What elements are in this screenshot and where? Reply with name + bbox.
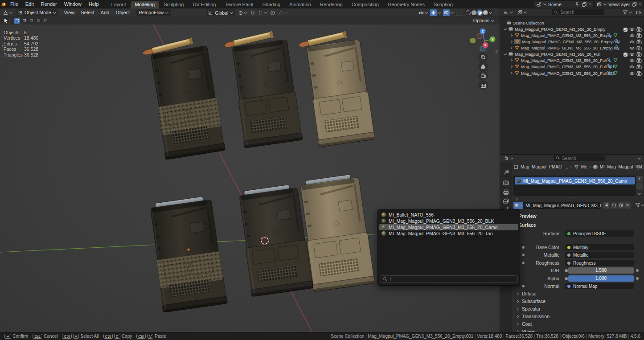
mesh-data-icon[interactable] bbox=[613, 64, 618, 69]
camera-view-button[interactable] bbox=[478, 71, 488, 81]
toolbar-toggle-icon[interactable] bbox=[1, 45, 4, 48]
popup-item-blk[interactable]: MI_Mag_Magpul_PMAG_GEN3_M3_556_20_BLK bbox=[379, 218, 518, 224]
select-mode-subtract-button[interactable] bbox=[28, 18, 34, 24]
outliner-search-input[interactable]: Search bbox=[552, 9, 604, 15]
proportional-editing-icon[interactable] bbox=[270, 10, 275, 16]
new-collection-icon[interactable] bbox=[636, 10, 642, 15]
expand-icon[interactable] bbox=[510, 40, 513, 43]
outliner-row-empty-001[interactable]: Mag_Magpul_PMAG_GEN3_M3_556_20_Empty.001 bbox=[510, 38, 620, 45]
panel-grip[interactable]: :::: bbox=[629, 214, 635, 218]
properties-editor-icon[interactable] bbox=[504, 156, 509, 161]
mag-full-camo[interactable] bbox=[141, 35, 226, 160]
camera-icon[interactable] bbox=[636, 27, 642, 32]
tab-compositing[interactable]: Compositing bbox=[347, 1, 383, 8]
pin-icon[interactable] bbox=[574, 2, 580, 7]
users-count-button[interactable]: 4 bbox=[603, 202, 610, 209]
retopoflow-dropdown[interactable]: RetopoFlow bbox=[136, 9, 171, 16]
select-mode-extend-button[interactable] bbox=[21, 18, 27, 24]
expand-icon[interactable] bbox=[510, 72, 513, 75]
breadcrumb-object[interactable]: Mag_Magpul_PMAG_... bbox=[521, 164, 568, 169]
eye-icon[interactable] bbox=[629, 27, 635, 32]
tab-scripting[interactable]: Scripting bbox=[429, 1, 457, 8]
outliner-row-full-002[interactable]: Mag_Magpul_PMAG_GEN3_M3_556_20_Full.002 bbox=[510, 70, 615, 76]
viewport-canvas[interactable]: Objects6 Vertices18,480 Edges54,792 Face… bbox=[0, 25, 500, 332]
gizmo-neg-y[interactable] bbox=[470, 38, 476, 44]
show-overlays-dropdown[interactable] bbox=[443, 9, 454, 16]
modifier-wrench-icon[interactable] bbox=[606, 64, 611, 69]
panel-subsurface[interactable]: Subsurface bbox=[516, 299, 546, 304]
remove-slot-button[interactable]: − bbox=[636, 183, 643, 189]
shading-solid-icon[interactable] bbox=[472, 10, 476, 15]
metallic-input[interactable]: Metallic bbox=[565, 252, 634, 258]
eye-icon[interactable] bbox=[629, 33, 635, 38]
shading-rendered-icon[interactable] bbox=[483, 10, 488, 15]
expand-icon[interactable] bbox=[504, 28, 507, 31]
sidebar-toggle-icon[interactable] bbox=[495, 49, 498, 53]
eye-icon[interactable] bbox=[629, 52, 635, 57]
tab-tool-icon[interactable] bbox=[503, 169, 509, 176]
mode-dropdown[interactable]: Object Mode bbox=[16, 9, 58, 16]
mag-full-tan[interactable] bbox=[297, 29, 375, 148]
normal-input[interactable]: Normal Map bbox=[565, 283, 634, 289]
menu-file[interactable]: File bbox=[7, 0, 22, 8]
xray-toggle-icon[interactable] bbox=[456, 10, 462, 16]
modifier-wrench-icon[interactable] bbox=[606, 57, 611, 63]
select-mode-new-button[interactable] bbox=[14, 18, 20, 24]
modifier-wrench-icon[interactable] bbox=[614, 39, 619, 44]
camera-icon[interactable] bbox=[636, 33, 642, 38]
menu-select[interactable]: Select bbox=[78, 10, 98, 15]
pivot-point-dropdown[interactable] bbox=[238, 10, 247, 16]
blender-logo-icon[interactable] bbox=[0, 1, 7, 8]
collection-checkbox[interactable] bbox=[623, 53, 628, 57]
visibility-dropdown[interactable] bbox=[418, 10, 428, 16]
expand-icon[interactable] bbox=[510, 46, 513, 49]
show-gizmo-dropdown[interactable] bbox=[430, 9, 441, 16]
new-viewlayer-icon[interactable] bbox=[632, 2, 637, 7]
zoom-button[interactable] bbox=[478, 52, 488, 62]
list-resize-grip[interactable]: :::: bbox=[570, 196, 576, 200]
pin-icon[interactable] bbox=[636, 165, 641, 170]
outliner-row-full[interactable]: Mag_Magpul_PMAG_GEN3_M3_556_20_Full bbox=[510, 57, 607, 63]
unlink-material-button[interactable]: × bbox=[624, 202, 631, 209]
outliner-row-empty[interactable]: Mag_Magpul_PMAG_GEN3_M3_556_20_Empty bbox=[510, 32, 611, 38]
tab-geometry-nodes[interactable]: Geometry Nodes bbox=[383, 1, 429, 8]
snap-magnet-icon[interactable] bbox=[250, 10, 255, 16]
new-scene-icon[interactable] bbox=[582, 2, 587, 7]
tab-rendering[interactable]: Rendering bbox=[316, 1, 347, 8]
outliner-display-icon[interactable] bbox=[517, 10, 523, 15]
camera-icon[interactable] bbox=[636, 39, 642, 45]
gizmo-neg-x[interactable] bbox=[477, 33, 482, 39]
panel-diffuse[interactable]: Diffuse bbox=[516, 291, 537, 296]
pan-hand-button[interactable] bbox=[478, 61, 488, 71]
eye-icon[interactable] bbox=[629, 71, 635, 76]
mesh-data-icon[interactable] bbox=[613, 70, 618, 76]
tab-sculpting[interactable]: Sculpting bbox=[159, 1, 188, 8]
eye-icon[interactable] bbox=[629, 39, 635, 45]
material-filter-dropdown[interactable] bbox=[635, 202, 644, 208]
tab-uv-editing[interactable]: UV Editing bbox=[188, 1, 220, 8]
falloff-dropdown[interactable] bbox=[278, 10, 287, 16]
modifier-wrench-icon[interactable] bbox=[606, 33, 611, 38]
popup-item-camo[interactable]: MI_Mag_Magpul_PMAG_GEN3_M3_556_20_Camo bbox=[379, 224, 518, 230]
transform-orientation-dropdown[interactable]: Global bbox=[206, 9, 235, 16]
menu-object[interactable]: Object bbox=[112, 10, 133, 15]
camera-icon[interactable] bbox=[636, 64, 642, 70]
browse-material-button[interactable] bbox=[513, 202, 523, 209]
ior-slider[interactable]: 1.500 bbox=[568, 267, 634, 274]
tab-texture-paint[interactable]: Texture Paint bbox=[220, 1, 258, 8]
expand-icon[interactable] bbox=[510, 59, 513, 62]
outliner-filter-dropdown[interactable] bbox=[623, 10, 632, 15]
breadcrumb-mesh[interactable]: Me bbox=[581, 164, 587, 169]
mag-full-black[interactable] bbox=[223, 29, 303, 149]
tab-render-icon[interactable] bbox=[503, 180, 509, 186]
modifier-wrench-icon[interactable] bbox=[606, 70, 611, 76]
expand-icon[interactable] bbox=[510, 65, 513, 68]
menu-render[interactable]: Render bbox=[37, 0, 61, 8]
outliner-row-collection-empty[interactable]: Mag_Magpul_PMAG_GEN3_M3_556_20_Empty bbox=[504, 26, 605, 32]
outliner-row-scene-collection[interactable]: Scene Collection bbox=[506, 20, 544, 26]
menu-edit[interactable]: Edit bbox=[22, 0, 37, 8]
eye-icon[interactable] bbox=[629, 58, 635, 63]
camera-icon[interactable] bbox=[636, 52, 642, 57]
camera-icon[interactable] bbox=[636, 71, 642, 76]
tab-animation[interactable]: Animation bbox=[285, 1, 316, 8]
